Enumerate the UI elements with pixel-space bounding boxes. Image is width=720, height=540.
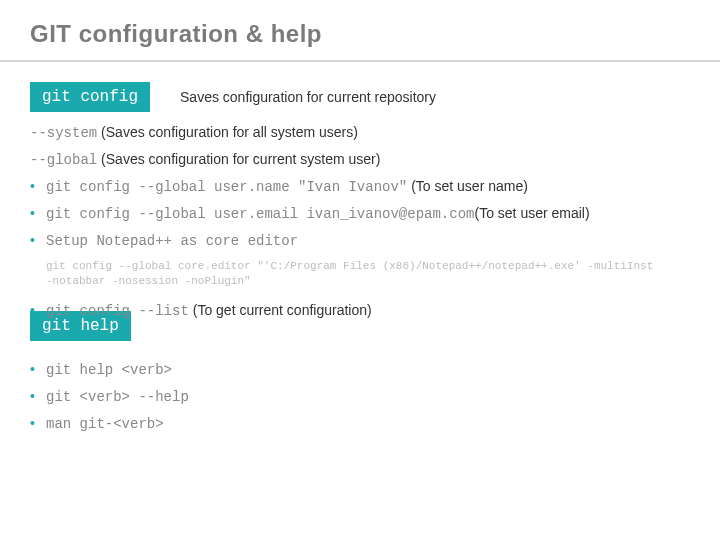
- system-flag-desc: (Saves configuration for all system user…: [97, 124, 358, 140]
- global-flag: --global: [30, 152, 97, 168]
- git-config-tag: git config: [30, 82, 150, 112]
- git-config-tag-row: git config Saves configuration for curre…: [30, 82, 690, 112]
- cmd-help-1: git help <verb>: [46, 362, 172, 378]
- system-flag: --system: [30, 125, 97, 141]
- editor-codeblock: git config --global core.editor "'C:/Pro…: [30, 259, 690, 290]
- cmd-list: git config --list: [46, 303, 189, 319]
- cmd-help-2: git <verb> --help: [46, 389, 189, 405]
- example-list: git config --list (To get current config…: [30, 302, 690, 319]
- note-list: (To get current configuration): [189, 302, 372, 318]
- cmd-help-3: man git-<verb>: [46, 416, 164, 432]
- codeblock-line-1: git config --global core.editor "'C:/Pro…: [46, 259, 690, 274]
- note-username: (To set user name): [407, 178, 528, 194]
- global-flag-desc: (Saves configuration for current system …: [97, 151, 380, 167]
- example-username: git config --global user.name "Ivan Ivan…: [30, 178, 690, 195]
- divider: [0, 60, 720, 62]
- git-config-desc: Saves configuration for current reposito…: [180, 89, 436, 105]
- system-flag-line: --system (Saves configuration for all sy…: [30, 124, 690, 141]
- example-useremail: git config --global user.email ivan_ivan…: [30, 205, 690, 222]
- page-title: GIT configuration & help: [30, 20, 690, 48]
- help-verb-3: man git-<verb>: [30, 415, 690, 432]
- note-useremail: (To set user email): [474, 205, 589, 221]
- cmd-username: git config --global user.name "Ivan Ivan…: [46, 179, 407, 195]
- cmd-editor: Setup Notepad++ as core editor: [46, 233, 298, 249]
- cmd-useremail: git config --global user.email ivan_ivan…: [46, 206, 474, 222]
- help-verb-2: git <verb> --help: [30, 388, 690, 405]
- example-editor: Setup Notepad++ as core editor: [30, 232, 690, 249]
- codeblock-line-2: -notabbar -nosession -noPlugin": [46, 274, 690, 289]
- global-flag-line: --global (Saves configuration for curren…: [30, 151, 690, 168]
- help-verb-1: git help <verb>: [30, 361, 690, 378]
